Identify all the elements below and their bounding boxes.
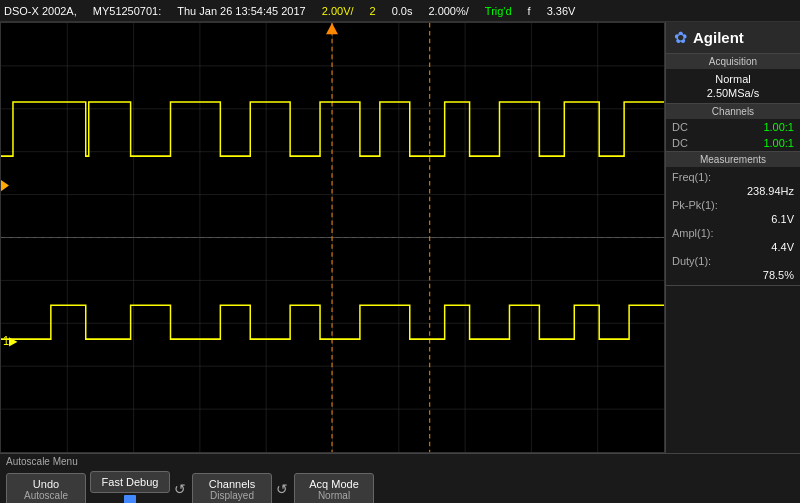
autoscale-menu-label: Autoscale Menu: [0, 454, 800, 469]
voltage-label: 3.36V: [547, 5, 576, 17]
ch1-coupling: DC: [672, 121, 688, 133]
channels-title: Channels: [666, 104, 800, 119]
scope-display: 1▶: [0, 22, 665, 453]
ch1-scale: 1.00:1: [763, 121, 794, 133]
pkpk-value: 6.1V: [672, 213, 794, 225]
acquisition-content: Normal 2.50MSa/s: [666, 69, 800, 103]
time-scale-label: 2.000%/: [428, 5, 468, 17]
undo-autoscale-button[interactable]: Undo Autoscale: [6, 473, 86, 504]
fast-debug-indicator: [124, 495, 136, 503]
status-bar: DSO-X 2002A, MY51250701: Thu Jan 26 13:5…: [0, 0, 800, 22]
channels-displayed-button[interactable]: Channels Displayed: [192, 473, 272, 504]
acq-mode: Normal: [672, 72, 794, 86]
acq-mode-button[interactable]: Acq Mode Normal: [294, 473, 374, 504]
fast-debug-section: Fast Debug: [90, 471, 170, 503]
pkpk-label-row: Pk-Pk(1):: [672, 198, 794, 212]
trig-icon-label: f: [528, 5, 531, 17]
pkpk-value-row: 6.1V: [672, 212, 794, 226]
freq-value: 238.94Hz: [672, 185, 794, 197]
undo-label: Undo: [17, 478, 75, 490]
duty-value: 78.5%: [672, 269, 794, 281]
channels-label: Channels: [203, 478, 261, 490]
acquisition-title: Acquisition: [666, 54, 800, 69]
acq-mode-refresh-icon: ↺: [276, 481, 288, 497]
pkpk-label: Pk-Pk(1):: [672, 199, 718, 211]
logo-section: ✿ Agilent: [666, 22, 800, 54]
bottom-bar: Autoscale Menu Undo Autoscale Fast Debug…: [0, 453, 800, 503]
channels-displayed-section: ↺ Channels Displayed: [174, 473, 272, 504]
ch1-scale-label: 2.00V/: [322, 5, 354, 17]
fast-debug-button[interactable]: Fast Debug: [90, 471, 170, 493]
right-panel: ✿ Agilent Acquisition Normal 2.50MSa/s C…: [665, 22, 800, 453]
ampl-value: 4.4V: [672, 241, 794, 253]
ch1-row: DC 1.00:1: [666, 119, 800, 135]
logo-text: Agilent: [693, 29, 744, 46]
ch1-num-label: 2: [370, 5, 376, 17]
waveform-canvas: 1▶: [1, 23, 664, 452]
freq-row: Freq(1):: [672, 170, 794, 184]
ch2-row: DC 1.00:1: [666, 135, 800, 151]
main-container: DSO-X 2002A, MY51250701: Thu Jan 26 13:5…: [0, 0, 800, 503]
serial-label: MY51250701:: [93, 5, 162, 17]
content-area: 1▶ ✿ Agilent Acquisition Normal 2.50MS: [0, 22, 800, 453]
bottom-buttons-row: Undo Autoscale Fast Debug ↺ Channels Dis…: [0, 469, 800, 503]
freq-label: Freq(1):: [672, 171, 711, 183]
agilent-logo-icon: ✿: [674, 28, 687, 47]
model-label: DSO-X 2002A,: [4, 5, 77, 17]
channels-section: Channels DC 1.00:1 DC 1.00:1: [666, 104, 800, 152]
measurements-section: Measurements Freq(1): 238.94Hz Pk-Pk(1):…: [666, 152, 800, 286]
ampl-label-row: Ampl(1):: [672, 226, 794, 240]
autoscale-sub-label: Autoscale: [17, 490, 75, 501]
fast-debug-label: Fast Debug: [101, 476, 159, 488]
acq-rate: 2.50MSa/s: [672, 86, 794, 100]
freq-value-row: 238.94Hz: [672, 184, 794, 198]
acq-mode-section: ↺ Acq Mode Normal: [276, 473, 374, 504]
acquisition-section: Acquisition Normal 2.50MSa/s: [666, 54, 800, 104]
channels-sub-label: Displayed: [203, 490, 261, 501]
acq-mode-sub-label: Normal: [305, 490, 363, 501]
trig-status-label: Trig'd: [485, 5, 512, 17]
svg-marker-22: [1, 180, 9, 191]
time-pos-label: 0.0s: [392, 5, 413, 17]
svg-marker-21: [326, 23, 338, 34]
channels-refresh-icon: ↺: [174, 481, 186, 497]
acq-mode-label: Acq Mode: [305, 478, 363, 490]
datetime-label: Thu Jan 26 13:54:45 2017: [177, 5, 305, 17]
duty-label: Duty(1):: [672, 255, 711, 267]
duty-label-row: Duty(1):: [672, 254, 794, 268]
ampl-label: Ampl(1):: [672, 227, 714, 239]
ch2-coupling: DC: [672, 137, 688, 149]
measurements-content: Freq(1): 238.94Hz Pk-Pk(1): 6.1V Ampl(1)…: [666, 167, 800, 285]
svg-text:1▶: 1▶: [3, 333, 18, 347]
measurements-title: Measurements: [666, 152, 800, 167]
ampl-value-row: 4.4V: [672, 240, 794, 254]
ch2-scale: 1.00:1: [763, 137, 794, 149]
duty-value-row: 78.5%: [672, 268, 794, 282]
